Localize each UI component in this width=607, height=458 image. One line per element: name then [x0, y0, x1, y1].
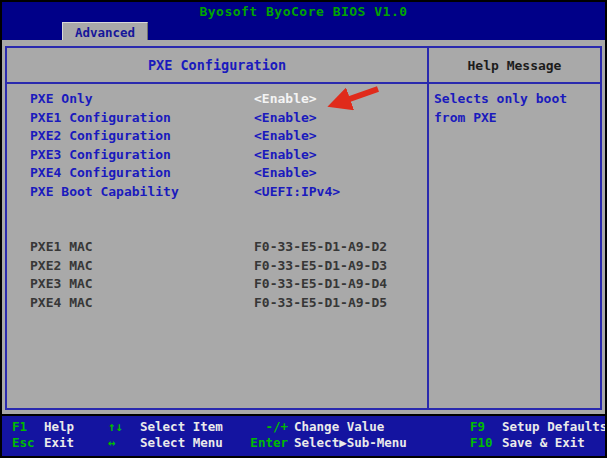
key-action: Save & Exit — [502, 435, 585, 451]
main-panel: PXE Configuration Help Message PXE Only … — [5, 46, 602, 410]
option-label: PXE Boot Capability — [30, 184, 179, 199]
readonly-pxe2-mac: PXE2 MAC F0-33-E5-D1-A9-D3 — [7, 258, 427, 277]
legend-col-2: ↑↓ Select Item ↔ Select Menu — [108, 419, 223, 451]
panel-header: PXE Configuration Help Message — [7, 48, 600, 84]
legend-item: F1 Help — [12, 419, 74, 435]
spacer — [7, 202, 427, 221]
legend-item: F9 Setup Defaults — [470, 419, 607, 435]
option-value: <Enable> — [254, 165, 317, 180]
key-action: Setup Defaults — [502, 419, 607, 435]
readonly-pxe1-mac: PXE1 MAC F0-33-E5-D1-A9-D2 — [7, 239, 427, 258]
option-value: <Enable> — [254, 128, 317, 143]
spacer — [7, 221, 427, 240]
readonly-label: PXE4 MAC — [30, 295, 93, 310]
option-value: <Enable> — [254, 147, 317, 162]
option-label: PXE1 Configuration — [30, 110, 171, 125]
key-action: Change Value — [294, 419, 384, 435]
help-panel-title: Help Message — [429, 48, 600, 82]
key-legend-footer: F1 Help Esc Exit ↑↓ Select Item ↔ Select… — [2, 414, 605, 456]
option-label: PXE Only — [30, 91, 93, 106]
page-title: PXE Configuration — [7, 48, 429, 82]
arrow-leftright-icon: ↔ — [108, 435, 134, 451]
arrow-updown-icon: ↑↓ — [108, 419, 134, 435]
tab-advanced[interactable]: Advanced — [62, 22, 148, 40]
legend-item: ↑↓ Select Item — [108, 419, 223, 435]
key-action: Exit — [44, 435, 74, 451]
readonly-label: PXE3 MAC — [30, 276, 93, 291]
option-pxe3-configuration[interactable]: PXE3 Configuration <Enable> — [7, 147, 427, 166]
readonly-value: F0-33-E5-D1-A9-D3 — [254, 258, 387, 273]
legend-item: F10 Save & Exit — [470, 435, 607, 451]
option-pxe1-configuration[interactable]: PXE1 Configuration <Enable> — [7, 110, 427, 129]
option-value: <UEFI:IPv4> — [254, 184, 340, 199]
option-pxe4-configuration[interactable]: PXE4 Configuration <Enable> — [7, 165, 427, 184]
option-pxe-boot-capability[interactable]: PXE Boot Capability <UEFI:IPv4> — [7, 184, 427, 203]
key-hint: -/+ — [242, 419, 288, 435]
key-hint: Esc — [12, 435, 38, 451]
key-hint: F1 — [12, 419, 38, 435]
key-hint: F9 — [470, 419, 496, 435]
key-action: Select Item — [140, 419, 223, 435]
readonly-label: PXE2 MAC — [30, 258, 93, 273]
bios-screen: Byosoft ByoCore BIOS V1.0 Advanced PXE C… — [0, 0, 607, 458]
help-panel: Selects only boot from PXE — [429, 84, 600, 410]
key-action: Help — [44, 419, 74, 435]
red-pointer-arrow-icon — [326, 84, 382, 112]
key-hint: F10 — [470, 435, 496, 451]
option-label: PXE3 Configuration — [30, 147, 171, 162]
legend-col-1: F1 Help Esc Exit — [12, 419, 74, 451]
readonly-value: F0-33-E5-D1-A9-D4 — [254, 276, 387, 291]
legend-item: Esc Exit — [12, 435, 74, 451]
legend-col-3: -/+ Change Value Enter Select▶Sub-Menu — [242, 419, 407, 451]
option-value: <Enable> — [254, 110, 317, 125]
readonly-value: F0-33-E5-D1-A9-D2 — [254, 239, 387, 254]
readonly-value: F0-33-E5-D1-A9-D5 — [254, 295, 387, 310]
option-value: <Enable> — [254, 91, 317, 106]
legend-item: ↔ Select Menu — [108, 435, 223, 451]
option-label: PXE2 Configuration — [30, 128, 171, 143]
legend-col-4: F9 Setup Defaults F10 Save & Exit — [470, 419, 607, 451]
panel-body: PXE Only <Enable> PXE1 Configuration <En… — [7, 84, 600, 410]
legend-item: -/+ Change Value — [242, 419, 407, 435]
key-action: Select▶Sub-Menu — [294, 435, 407, 451]
options-list: PXE Only <Enable> PXE1 Configuration <En… — [7, 84, 429, 410]
bios-title: Byosoft ByoCore BIOS V1.0 — [2, 4, 605, 19]
legend-item: Enter Select▶Sub-Menu — [242, 435, 407, 451]
help-text: Selects only boot from PXE — [434, 90, 596, 127]
key-hint: Enter — [242, 435, 288, 451]
readonly-pxe4-mac: PXE4 MAC F0-33-E5-D1-A9-D5 — [7, 295, 427, 314]
key-action: Select Menu — [140, 435, 223, 451]
readonly-pxe3-mac: PXE3 MAC F0-33-E5-D1-A9-D4 — [7, 276, 427, 295]
readonly-label: PXE1 MAC — [30, 239, 93, 254]
option-label: PXE4 Configuration — [30, 165, 171, 180]
option-pxe2-configuration[interactable]: PXE2 Configuration <Enable> — [7, 128, 427, 147]
